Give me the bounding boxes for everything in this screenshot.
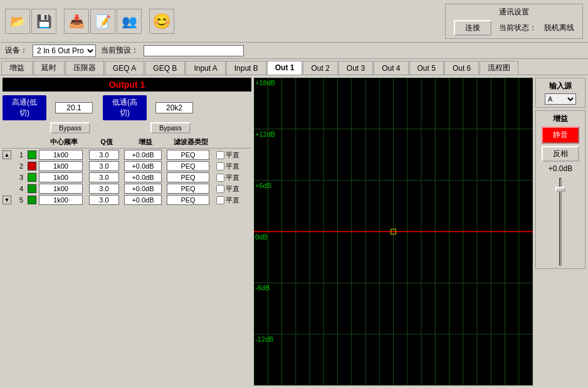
save-button[interactable]: 💾 (31, 9, 56, 34)
lowpass-control: 低通(高切) Bypass (103, 95, 196, 134)
fader-track-container[interactable] (554, 178, 567, 266)
right-panel: 输入源 A B 增益 静音 反相 +0.0dB (533, 75, 588, 388)
highpass-label: 高通(低切) (3, 95, 46, 120)
eq-color-2[interactable] (28, 162, 36, 170)
lowpass-bypass[interactable]: Bypass (150, 122, 191, 134)
eq-freq-5[interactable] (39, 195, 83, 205)
emoji-button[interactable]: 😊 (149, 9, 174, 34)
tab-out6[interactable]: Out 6 (444, 61, 479, 75)
mute-button[interactable]: 静音 (542, 127, 579, 144)
tab-inputa[interactable]: Input A (186, 61, 225, 75)
eq-row-5: ▼5平直 (3, 195, 251, 205)
eq-row-2: 2平直 (3, 161, 251, 171)
fader-area: +6 0dB -6 -12 -18 -24 -30 -40 (554, 178, 567, 266)
phase-button[interactable]: 反相 (542, 146, 579, 162)
lowpass-row: 低通(高切) (103, 95, 196, 120)
tab-out3[interactable]: Out 3 (339, 61, 373, 75)
tab-compressor[interactable]: 压限器 (65, 61, 104, 75)
preset-input[interactable] (144, 45, 244, 56)
edit-button[interactable]: 📝 (90, 9, 115, 34)
tab-gain[interactable]: 增益 (1, 61, 33, 75)
device-row: 设备： 2 In 6 Out Pro 当前预设： (0, 43, 588, 59)
eq-check-5[interactable] (216, 196, 224, 204)
eq-gain-4[interactable] (124, 184, 162, 194)
eq-check-1[interactable] (216, 151, 224, 159)
eq-row-3: 3平直 (3, 172, 251, 182)
device-select[interactable]: 2 In 6 Out Pro (33, 45, 96, 57)
eq-type-1[interactable] (167, 150, 209, 160)
eq-table: 中心频率 Q值 增益 滤波器类型 ▲1平直2平直3平直4平直▼5平直 (3, 137, 251, 388)
eq-q-5[interactable] (89, 195, 119, 205)
main-content: Output 1 高通(低切) Bypass 低通(高切) (0, 75, 588, 388)
eq-type-2[interactable] (167, 161, 209, 171)
input-source-title: 输入源 (549, 81, 572, 92)
tab-out4[interactable]: Out 4 (374, 61, 408, 75)
eq-check-2[interactable] (216, 162, 224, 170)
highpass-value[interactable] (55, 102, 93, 113)
input-source-select[interactable]: A B (545, 93, 576, 105)
highpass-row: 高通(低切) (3, 95, 95, 120)
eq-freq-3[interactable] (39, 172, 83, 182)
eq-check-3[interactable] (216, 174, 224, 182)
eq-type-5[interactable] (167, 195, 209, 205)
highpass-control: 高通(低切) Bypass (3, 95, 95, 134)
tab-out5[interactable]: Out 5 (409, 61, 444, 75)
highpass-bypass[interactable]: Bypass (50, 122, 90, 134)
eq-freq-2[interactable] (39, 161, 83, 171)
device-label: 设备： (5, 45, 28, 56)
gain-title: 增益 (553, 113, 568, 124)
eq-row-1: ▲1平直 (3, 150, 251, 160)
tab-geqb[interactable]: GEQ B (145, 61, 185, 75)
tab-geqa[interactable]: GEQ A (105, 61, 144, 75)
eq-type-3[interactable] (167, 172, 209, 182)
lowpass-label: 低通(高切) (103, 95, 147, 120)
lowpass-value[interactable] (155, 102, 193, 113)
eq-freq-1[interactable] (39, 150, 83, 160)
fader-thumb[interactable] (555, 187, 565, 192)
output-title: Output 1 (3, 78, 251, 92)
import-button[interactable]: 📥 (64, 9, 89, 34)
comms-title: 通讯设置 (499, 7, 529, 18)
eq-freq-4[interactable] (39, 184, 83, 194)
comms-box: 通讯设置 连接 当前状态： 脱机离线 (445, 4, 583, 39)
eq-color-4[interactable] (28, 184, 36, 193)
gain-value: +0.0dB (549, 164, 572, 173)
nav-up-arrow[interactable]: ▲ (3, 150, 11, 159)
gain-box: 增益 静音 反相 +0.0dB +6 0dB -6 -12 (535, 110, 585, 269)
eq-q-2[interactable] (89, 161, 119, 171)
eq-color-1[interactable] (28, 150, 36, 159)
eq-q-1[interactable] (89, 150, 119, 160)
eq-check-4[interactable] (216, 185, 224, 193)
tab-flow[interactable]: 流程图 (480, 61, 518, 75)
toolbar-icons: 📂 💾 📥 📝 👥 😊 (5, 9, 174, 34)
users-button[interactable]: 👥 (117, 9, 142, 34)
input-source-box: 输入源 A B (535, 78, 585, 108)
status-label: 当前状态： (499, 23, 537, 33)
preset-label: 当前预设： (101, 45, 139, 56)
eq-color-3[interactable] (28, 173, 36, 182)
chart-container (254, 78, 533, 385)
eq-type-4[interactable] (167, 184, 209, 194)
tab-out1[interactable]: Out 1 (267, 61, 303, 75)
filter-controls: 高通(低切) Bypass 低通(高切) Bypass (3, 95, 251, 134)
nav-down-arrow[interactable]: ▼ (3, 196, 11, 204)
eq-chart-canvas[interactable] (254, 78, 533, 385)
tab-out2[interactable]: Out 2 (303, 61, 337, 75)
toolbar: 📂 💾 📥 📝 👥 😊 通讯设置 连接 当前状态： 脱机离线 (0, 0, 588, 43)
comms-row: 连接 当前状态： 脱机离线 (454, 20, 574, 36)
eq-q-4[interactable] (89, 184, 119, 194)
app-container: 📂 💾 📥 📝 👥 😊 通讯设置 连接 当前状态： 脱机离线 设备： 2 In … (0, 0, 588, 388)
tab-inputb[interactable]: Input B (226, 61, 266, 75)
eq-gain-1[interactable] (124, 150, 162, 160)
connect-button[interactable]: 连接 (454, 20, 491, 36)
eq-q-3[interactable] (89, 172, 119, 182)
eq-gain-2[interactable] (124, 161, 162, 171)
eq-header: 中心频率 Q值 增益 滤波器类型 (3, 137, 251, 149)
eq-gain-5[interactable] (124, 195, 162, 205)
chart-panel (254, 75, 533, 388)
open-button[interactable]: 📂 (5, 9, 30, 34)
eq-rows-container: ▲1平直2平直3平直4平直▼5平直 (3, 150, 251, 205)
eq-gain-3[interactable] (124, 172, 162, 182)
eq-color-5[interactable] (28, 196, 36, 204)
tab-delay[interactable]: 延时 (33, 61, 65, 75)
